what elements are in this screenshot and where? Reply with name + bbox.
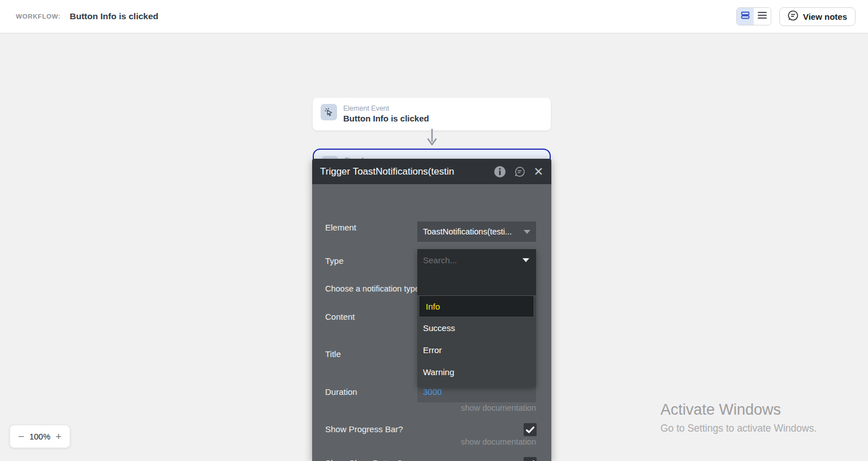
workflow-canvas[interactable]: Element Event Button Info is clicked Ste… (0, 34, 868, 461)
notes-bubble-icon (788, 10, 798, 23)
event-node-type: Element Event (343, 104, 429, 113)
click-event-icon (321, 104, 337, 120)
zoom-level: 100% (29, 432, 50, 441)
topbar-actions: View notes (736, 7, 856, 26)
action-properties-panel: Trigger ToastNotifications(testin ✕ Elem… (312, 159, 551, 461)
card-view-button[interactable] (737, 8, 754, 25)
type-label: Type (325, 256, 344, 266)
dropdown-option-list: Info Success Error Warning (417, 295, 536, 387)
dropdown-option-warning[interactable]: Warning (417, 362, 536, 382)
comment-icon[interactable] (514, 166, 525, 177)
panel-title: Trigger ToastNotifications(testin (320, 166, 494, 177)
content-label: Content (325, 312, 355, 321)
element-event-node[interactable]: Element Event Button Info is clicked (313, 98, 551, 131)
title-label: Title (325, 349, 341, 359)
event-node-text: Element Event Button Info is clicked (343, 104, 429, 124)
top-bar: WORKFLOW: Button Info is clicked View no… (0, 0, 868, 34)
element-label: Element (325, 223, 356, 232)
dropdown-option-success[interactable]: Success (417, 318, 536, 338)
element-dropdown-value: ToastNotifications(testi... (423, 227, 524, 236)
type-hint-label: Choose a notification type (325, 284, 420, 293)
workflow-title: Button Info is clicked (70, 11, 158, 21)
watermark-line1: Activate Windows (660, 401, 817, 419)
show-close-button-checkbox[interactable] (524, 457, 537, 461)
view-toggle-group (736, 7, 771, 25)
workflow-label: WORKFLOW: (16, 13, 61, 20)
chevron-down-icon (522, 258, 529, 262)
list-view-button[interactable] (754, 8, 771, 25)
event-node-title: Button Info is clicked (343, 113, 429, 124)
dropdown-option-error[interactable]: Error (417, 340, 536, 360)
workflow-header: WORKFLOW: Button Info is clicked (16, 11, 158, 21)
duration-value: 3000 (423, 387, 442, 397)
panel-header-icons: ✕ (494, 166, 543, 178)
watermark-line2: Go to Settings to activate Windows. (660, 423, 817, 434)
card-view-icon (741, 11, 750, 22)
zoom-out-button[interactable]: − (18, 431, 24, 442)
zoom-in-button[interactable]: + (55, 431, 62, 442)
close-icon[interactable]: ✕ (533, 166, 543, 177)
check-icon (526, 427, 534, 433)
chevron-down-icon (524, 230, 530, 234)
show-documentation-link[interactable]: show documentation (461, 403, 536, 412)
element-dropdown[interactable]: ToastNotifications(testi... (417, 221, 536, 242)
list-view-icon (758, 11, 767, 21)
show-close-button-label: Show Close Button? (325, 458, 402, 461)
duration-label: Duration (325, 387, 357, 397)
view-notes-button[interactable]: View notes (779, 7, 856, 26)
panel-body: Element ToastNotifications(testi... Type… (312, 184, 551, 461)
show-documentation-link[interactable]: show documentation (461, 437, 536, 446)
flow-arrow (427, 128, 437, 149)
type-dropdown-popup: Search... Info Success Error Warning (417, 249, 536, 387)
show-progress-bar-checkbox[interactable] (524, 423, 537, 436)
dropdown-option-info[interactable]: Info (420, 296, 533, 316)
dropdown-search-area[interactable]: Search... (417, 249, 536, 295)
view-notes-label: View notes (803, 12, 847, 21)
search-input[interactable]: Search... (423, 255, 457, 265)
panel-header[interactable]: Trigger ToastNotifications(testin ✕ (312, 159, 551, 184)
show-progress-bar-label: Show Progress Bar? (325, 424, 403, 434)
activate-windows-watermark: Activate Windows Go to Settings to activ… (660, 401, 817, 434)
info-icon[interactable] (494, 166, 506, 178)
zoom-control: − 100% + (10, 425, 70, 448)
